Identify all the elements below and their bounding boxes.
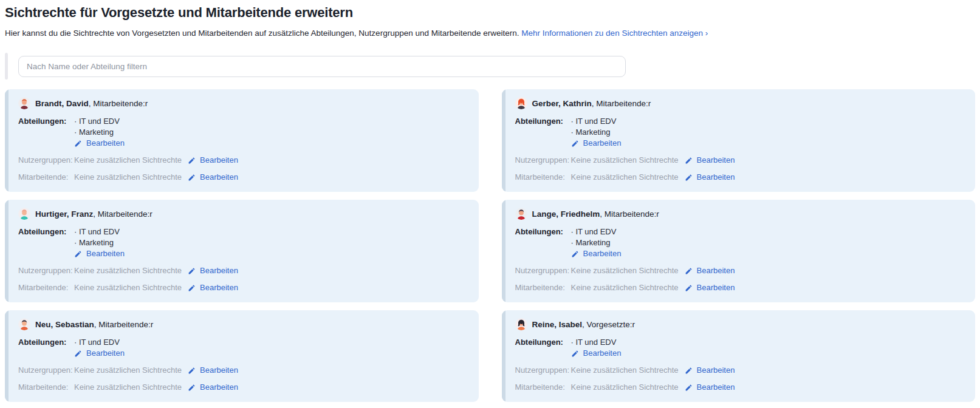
employees-label: Mitarbeitende: [18, 282, 74, 293]
person-card: Lange, Friedhelm, Mitarbeitende:r Abteil… [502, 200, 976, 302]
card-header: Neu, Sebastian, Mitarbeitende:r [18, 318, 469, 330]
department-item: · Marketing [74, 237, 125, 248]
usergroups-label: Nutzergruppen: [515, 365, 571, 376]
edit-employees-label: Bearbeiten [200, 382, 238, 393]
department-item: · Marketing [571, 237, 622, 248]
edit-departments-link[interactable]: Bearbeiten [74, 248, 125, 259]
pencil-icon[interactable] [571, 140, 579, 148]
edit-departments-link[interactable]: Bearbeiten [571, 138, 622, 149]
usergroups-label: Nutzergruppen: [18, 265, 74, 276]
pencil-icon[interactable] [685, 367, 693, 375]
department-item: · IT und EDV [74, 116, 125, 127]
edit-usergroups-link[interactable]: Bearbeiten [685, 265, 735, 276]
person-name-line: Reine, Isabel, Vorgesetzte:r [532, 320, 636, 329]
person-name-line: Hurtiger, Franz, Mitarbeitende:r [35, 209, 152, 219]
edit-departments-link[interactable]: Bearbeiten [571, 248, 622, 259]
edit-employees-label: Bearbeiten [697, 282, 735, 293]
edit-usergroups-link[interactable]: Bearbeiten [685, 365, 735, 376]
departments-row: Abteilungen: · IT und EDV Bearbeiten [515, 337, 966, 359]
card-header: Brandt, David, Mitarbeitende:r [18, 97, 469, 109]
employees-value: Keine zusätzlichen Sichtrechte [74, 382, 182, 393]
pencil-icon[interactable] [571, 350, 579, 358]
pencil-icon[interactable] [188, 284, 196, 292]
department-item: · IT und EDV [74, 226, 125, 237]
departments-row: Abteilungen: · IT und EDV· Marketing Bea… [515, 116, 966, 149]
department-list: · IT und EDV [571, 337, 622, 348]
employees-label: Mitarbeitende: [18, 172, 74, 183]
edit-employees-label: Bearbeiten [200, 282, 238, 293]
pencil-icon[interactable] [685, 284, 693, 292]
pencil-icon[interactable] [685, 157, 693, 165]
pencil-icon[interactable] [188, 384, 196, 392]
edit-employees-link[interactable]: Bearbeiten [685, 172, 735, 183]
departments-row: Abteilungen: · IT und EDV Bearbeiten [18, 337, 469, 359]
departments-column: · IT und EDV· Marketing Bearbeiten [74, 226, 125, 259]
card-header: Reine, Isabel, Vorgesetzte:r [515, 318, 966, 330]
person-name: Lange, Friedhelm [532, 209, 600, 219]
edit-employees-label: Bearbeiten [697, 172, 735, 183]
pencil-icon[interactable] [74, 140, 82, 148]
edit-departments-link[interactable]: Bearbeiten [571, 348, 622, 359]
info-link[interactable]: Mehr Informationen zu den Sichtrechten a… [521, 29, 708, 38]
person-role: , Mitarbeitende:r [94, 320, 154, 329]
pencil-icon[interactable] [188, 157, 196, 165]
employees-value: Keine zusätzlichen Sichtrechte [571, 382, 679, 393]
employees-value: Keine zusätzlichen Sichtrechte [74, 282, 182, 293]
edit-departments-label: Bearbeiten [86, 138, 125, 149]
person-role: , Mitarbeitende:r [592, 99, 651, 108]
departments-label: Abteilungen: [18, 337, 74, 359]
usergroups-value: Keine zusätzlichen Sichtrechte [74, 155, 182, 166]
edit-usergroups-label: Bearbeiten [697, 155, 735, 166]
page-subtitle: Hier kannst du die Sichtrechte von Vorge… [5, 29, 975, 38]
filter-input[interactable] [18, 56, 626, 77]
pencil-icon[interactable] [188, 367, 196, 375]
pencil-icon[interactable] [74, 250, 82, 258]
usergroups-row: Nutzergruppen: Keine zusätzlichen Sichtr… [515, 265, 966, 276]
departments-column: · IT und EDV Bearbeiten [74, 337, 125, 359]
department-item: · IT und EDV [571, 226, 622, 237]
edit-departments-link[interactable]: Bearbeiten [74, 138, 125, 149]
person-card: Neu, Sebastian, Mitarbeitende:r Abteilun… [5, 310, 479, 402]
edit-employees-link[interactable]: Bearbeiten [188, 172, 238, 183]
usergroups-label: Nutzergruppen: [18, 155, 74, 166]
person-name-line: Gerber, Kathrin, Mitarbeitende:r [532, 99, 651, 108]
card-body: Brandt, David, Mitarbeitende:r Abteilung… [9, 89, 479, 192]
departments-label: Abteilungen: [18, 226, 74, 259]
card-body: Hurtiger, Franz, Mitarbeitende:r Abteilu… [9, 200, 479, 302]
edit-usergroups-link[interactable]: Bearbeiten [188, 365, 238, 376]
person-name: Brandt, David [35, 99, 89, 108]
pencil-icon[interactable] [685, 267, 693, 275]
person-role: , Mitarbeitende:r [93, 209, 152, 219]
departments-label: Abteilungen: [515, 116, 571, 149]
person-card: Reine, Isabel, Vorgesetzte:r Abteilungen… [502, 310, 976, 402]
department-list: · IT und EDV· Marketing [74, 226, 125, 248]
department-item: · Marketing [571, 127, 622, 138]
usergroups-value: Keine zusätzlichen Sichtrechte [571, 265, 679, 276]
pencil-icon[interactable] [685, 174, 693, 182]
pencil-icon[interactable] [685, 384, 693, 392]
employees-row: Mitarbeitende: Keine zusätzlichen Sichtr… [515, 382, 966, 393]
employees-label: Mitarbeitende: [18, 382, 74, 393]
edit-usergroups-link[interactable]: Bearbeiten [685, 155, 735, 166]
edit-usergroups-label: Bearbeiten [697, 265, 735, 276]
usergroups-value: Keine zusätzlichen Sichtrechte [74, 365, 182, 376]
department-item: · IT und EDV [571, 116, 622, 127]
edit-employees-link[interactable]: Bearbeiten [685, 382, 735, 393]
edit-usergroups-link[interactable]: Bearbeiten [188, 155, 238, 166]
department-list: · IT und EDV· Marketing [571, 226, 622, 248]
edit-employees-link[interactable]: Bearbeiten [188, 382, 238, 393]
departments-column: · IT und EDV Bearbeiten [571, 337, 622, 359]
pencil-icon[interactable] [74, 350, 82, 358]
edit-employees-link[interactable]: Bearbeiten [188, 282, 238, 293]
pencil-icon[interactable] [571, 250, 579, 258]
edit-usergroups-label: Bearbeiten [200, 265, 238, 276]
edit-employees-link[interactable]: Bearbeiten [685, 282, 735, 293]
pencil-icon[interactable] [188, 267, 196, 275]
department-item: · IT und EDV [571, 337, 622, 348]
employees-value: Keine zusätzlichen Sichtrechte [74, 172, 182, 183]
person-card: Hurtiger, Franz, Mitarbeitende:r Abteilu… [5, 200, 479, 302]
pencil-icon[interactable] [188, 174, 196, 182]
edit-departments-link[interactable]: Bearbeiten [74, 348, 125, 359]
edit-usergroups-link[interactable]: Bearbeiten [188, 265, 238, 276]
usergroups-label: Nutzergruppen: [515, 155, 571, 166]
